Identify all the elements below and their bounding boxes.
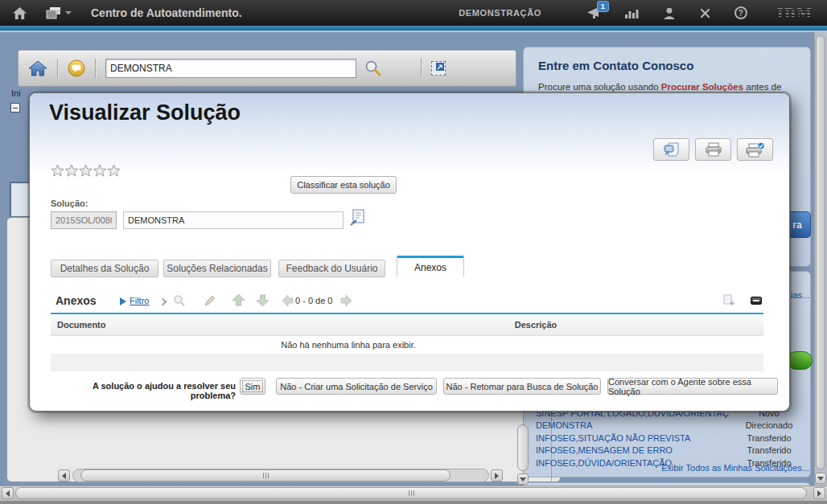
scroll-right-button[interactable]: [491, 469, 503, 481]
scrollbar-thumb[interactable]: [15, 487, 807, 499]
chevron-right-icon[interactable]: [159, 298, 167, 306]
separator: [95, 59, 96, 78]
scrollbar-thumb[interactable]: [517, 424, 529, 471]
scroll-right-button[interactable]: [813, 487, 825, 499]
filter-link[interactable]: Filtro: [130, 296, 149, 305]
scrollbar-thumb[interactable]: [816, 35, 825, 469]
print-button[interactable]: [695, 138, 731, 161]
request-link[interactable]: DEMONSTRA: [536, 420, 729, 430]
solution-label: Solução:: [51, 199, 88, 208]
list-item: INFOSEG,MENSAGEM DE ERRO Transferido: [536, 445, 809, 457]
table-header: Documento Descrição: [51, 314, 763, 336]
tab-related-solutions[interactable]: Soluções Relacionadas: [163, 260, 271, 277]
scrollbar-thumb[interactable]: [80, 469, 451, 481]
home-icon[interactable]: [28, 60, 47, 76]
notification-badge: 1: [597, 1, 609, 12]
status-indicator-fragment: [787, 351, 813, 370]
comment-button[interactable]: [653, 138, 689, 161]
top-bar: Centro de Autoatendimento. DEMONSTRAÇÃO …: [0, 0, 827, 26]
body-text: Procure uma solução usando: [538, 82, 661, 92]
move-down-icon-disabled: [257, 294, 269, 309]
tab-attachments[interactable]: Anexos: [397, 256, 464, 277]
column-header-document: Documento: [51, 320, 308, 330]
main-toolbar: [18, 50, 516, 87]
home-icon[interactable]: [13, 7, 27, 19]
table-row: [51, 354, 763, 371]
search-icon-disabled: [173, 294, 186, 310]
search-icon[interactable]: [364, 59, 382, 77]
close-icon[interactable]: [700, 8, 710, 18]
rating-stars[interactable]: [51, 164, 121, 178]
background-text-fragment: Ini: [11, 88, 21, 98]
highlight-strip: [0, 31, 827, 32]
answer-yes-button[interactable]: Sim: [240, 378, 265, 395]
answer-return-search-button[interactable]: Não - Retomar para Busca de Solução: [443, 378, 601, 395]
tab-user-feedback[interactable]: Feedback do Usuário: [278, 260, 385, 277]
answer-chat-agent-button[interactable]: Conversar com o Agente sobre essa Soluçã…: [607, 378, 778, 395]
move-up-icon-disabled: [232, 294, 245, 309]
rate-solution-button[interactable]: Classificar esta solução: [290, 176, 397, 194]
pagination-label: 0 - 0 de 0: [295, 296, 332, 305]
view-solution-dialog: Visualizar Solução: [29, 92, 790, 412]
chart-icon[interactable]: [624, 7, 639, 18]
collapse-icon[interactable]: [10, 103, 20, 113]
show-all-requests-link[interactable]: Exibir Todos as Minhas Solicitações...: [536, 463, 809, 473]
tab-solution-details[interactable]: Detalhes da Solução: [51, 260, 158, 277]
panel-title: Entre em Contato Conosco: [538, 59, 810, 72]
expand-icon[interactable]: [431, 61, 446, 76]
app-title: Centro de Autoatendimento.: [91, 6, 242, 19]
dialog-toolbar: [653, 138, 773, 161]
long-description-icon[interactable]: [350, 209, 365, 229]
status-badge: Transferido: [729, 445, 809, 455]
list-item: INFOSEG,SITUAÇÃO NÃO PREVISTA Transferid…: [536, 432, 809, 445]
section-title: Anexos: [56, 294, 97, 307]
question-label: A solução o ajudou a resolver seu proble…: [46, 381, 236, 400]
window-edge: [0, 501, 827, 504]
request-link[interactable]: INFOSEG,MENSAGEM DE ERRO: [536, 445, 729, 455]
scroll-down-button[interactable]: [815, 473, 826, 484]
column-header-description: Descrição: [308, 320, 763, 330]
table-empty-message: Não há nenhuma linha para exibir.: [51, 336, 646, 354]
minimize-icon[interactable]: [751, 297, 762, 305]
next-page-icon-disabled: [340, 295, 352, 309]
requests-list: SINESP PORTAL LOGADO,DÚVIDA/ORIENTAÇÃO N…: [536, 407, 809, 469]
user-icon[interactable]: [663, 7, 676, 19]
environment-label: DEMONSTRAÇÃO: [459, 8, 541, 18]
answer-create-request-button[interactable]: Não - Criar uma Solicitação de Serviço: [276, 378, 437, 395]
export-icon-disabled: [722, 294, 735, 310]
search-solutions-link[interactable]: Procurar Soluções: [661, 82, 743, 92]
request-link[interactable]: INFOSEG,SITUAÇÃO NÃO PREVISTA: [536, 433, 729, 443]
prev-page-icon-disabled: [282, 295, 294, 309]
search-input[interactable]: [105, 59, 356, 78]
announcement-icon[interactable]: 1: [586, 7, 600, 18]
scroll-left-button[interactable]: [58, 469, 70, 481]
app-menu-icon[interactable]: [46, 7, 72, 19]
panel-link-fragment[interactable]: ias...: [791, 290, 809, 300]
status-badge: Direcionado: [729, 420, 809, 430]
list-item: DEMONSTRA Direcionado: [536, 420, 809, 432]
help-icon[interactable]: [734, 6, 747, 19]
solution-id-field[interactable]: [51, 211, 117, 229]
edit-icon-disabled: [204, 294, 216, 310]
print-check-button[interactable]: [737, 138, 773, 161]
solution-description-field[interactable]: [123, 211, 344, 229]
status-badge: Transferido: [729, 433, 809, 443]
separator: [421, 59, 422, 78]
scroll-down-button[interactable]: [517, 473, 529, 485]
separator: [57, 59, 58, 78]
dialog-title: Visualizar Solução: [49, 100, 241, 125]
filter-run-icon[interactable]: [120, 297, 126, 305]
chat-icon[interactable]: [68, 59, 85, 77]
chevron-down-icon: [65, 11, 72, 14]
scroll-left-button[interactable]: [2, 487, 14, 499]
ibm-logo: IBM: [777, 5, 813, 21]
